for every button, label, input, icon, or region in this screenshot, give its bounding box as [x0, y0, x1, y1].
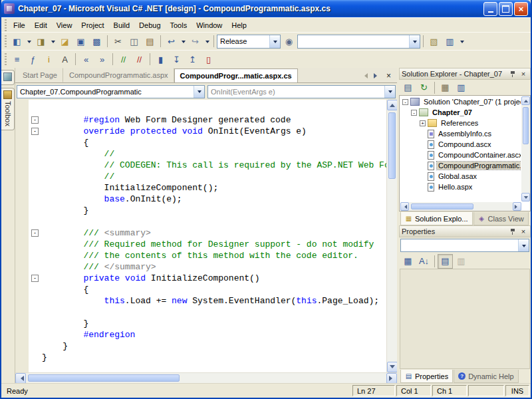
- close-document-icon[interactable]: ×: [384, 70, 394, 80]
- property-pages-icon[interactable]: ▥: [454, 254, 469, 269]
- new-project-icon[interactable]: ◧: [9, 34, 25, 49]
- add-item-icon[interactable]: ◨: [33, 34, 49, 49]
- scrollbar-track[interactable]: [409, 202, 513, 211]
- find-combo-dropdown-icon[interactable]: [409, 35, 420, 48]
- panel-tab-class-view[interactable]: ◈Class View: [473, 212, 529, 225]
- save-icon[interactable]: ▣: [73, 34, 88, 49]
- other-windows-dropdown-icon[interactable]: [458, 34, 466, 49]
- editor-vertical-scrollbar[interactable]: [386, 100, 397, 372]
- refresh-icon[interactable]: ↻: [416, 80, 432, 95]
- tree-item-assemblyinfo-cs[interactable]: AssemblyInfo.cs: [400, 128, 521, 139]
- scrollbar-thumb[interactable]: [523, 107, 529, 144]
- members-dropdown-arrow-icon[interactable]: [384, 86, 395, 98]
- toggle-bookmark-icon[interactable]: ▮: [153, 52, 168, 66]
- show-all-files-icon[interactable]: ▦: [438, 80, 453, 95]
- tree-item-hello-aspx[interactable]: Hello.aspx: [400, 182, 521, 192]
- scroll-tabs-left-icon[interactable]: [360, 70, 370, 80]
- tree-item-compound-ascx[interactable]: Compound.ascx: [400, 139, 521, 150]
- close-panel-icon[interactable]: ×: [519, 227, 528, 236]
- alphabetical-icon[interactable]: A↓: [416, 254, 432, 269]
- properties-window-icon[interactable]: ▥: [442, 34, 458, 49]
- scroll-down-icon[interactable]: [387, 362, 398, 372]
- save-all-icon[interactable]: ▩: [89, 34, 104, 49]
- expand-icon[interactable]: +: [420, 120, 426, 126]
- document-tab-compoundprogrammatic-aspx[interactable]: CompoundProgrammatic.aspx: [63, 68, 174, 82]
- pin-icon[interactable]: [508, 69, 517, 78]
- tree-item-compoundcontainer-ascx[interactable]: CompoundContainer.ascx: [400, 150, 521, 160]
- increase-indent-icon[interactable]: »: [94, 52, 110, 66]
- scroll-up-icon[interactable]: [387, 100, 398, 110]
- server-explorer-tab[interactable]: [1, 70, 15, 85]
- comment-icon[interactable]: //: [116, 52, 131, 66]
- fold-toggle-icon[interactable]: -: [31, 116, 39, 124]
- scroll-right-icon[interactable]: [386, 373, 397, 384]
- editor-horizontal-scrollbar[interactable]: [15, 372, 397, 383]
- fold-toggle-icon[interactable]: -: [31, 229, 39, 237]
- tree-item-global-asax[interactable]: Global.asax: [400, 171, 521, 182]
- members-dropdown[interactable]: OnInit(EventArgs e): [207, 85, 396, 98]
- scrollbar-track[interactable]: [521, 105, 530, 193]
- solution-configurations-combo[interactable]: Release: [217, 35, 281, 49]
- tree-item-compoundprogrammatic-aspx[interactable]: CompoundProgrammatic.aspx: [400, 160, 521, 171]
- code-editor[interactable]: -#region Web Form Designer generated cod…: [15, 100, 386, 372]
- previous-bookmark-icon[interactable]: ↥: [185, 52, 200, 66]
- menu-file[interactable]: File: [9, 19, 30, 31]
- scroll-down-icon[interactable]: [521, 193, 530, 201]
- menu-window[interactable]: Window: [192, 19, 227, 31]
- menu-debug[interactable]: Debug: [134, 19, 165, 31]
- maximize-icon[interactable]: [499, 2, 513, 16]
- scroll-right-icon[interactable]: [513, 202, 521, 211]
- types-dropdown[interactable]: Chapter_07.CompoundProgrammatic: [17, 85, 205, 98]
- fold-toggle-icon[interactable]: -: [31, 128, 39, 135]
- toolbox-tab[interactable]: Toolbox: [1, 88, 15, 130]
- undo-dropdown-icon[interactable]: [180, 34, 187, 49]
- collapse-icon[interactable]: -: [411, 110, 417, 116]
- redo-icon[interactable]: ↪: [188, 34, 203, 49]
- parameter-info-icon[interactable]: ƒ: [25, 52, 41, 66]
- quick-info-icon[interactable]: i: [41, 52, 57, 66]
- decrease-indent-icon[interactable]: «: [78, 52, 94, 66]
- scroll-left-icon[interactable]: [15, 373, 26, 384]
- properties-icon[interactable]: ▥: [454, 80, 469, 95]
- menu-help[interactable]: Help: [227, 19, 251, 31]
- menu-edit[interactable]: Edit: [30, 19, 52, 31]
- properties-dropdown-arrow-icon[interactable]: [518, 239, 529, 251]
- properties-view-icon[interactable]: ▤: [438, 254, 453, 269]
- tree-vertical-scrollbar[interactable]: [521, 96, 530, 201]
- panel-tab-solution-explo[interactable]: ▦Solution Explo...: [400, 212, 473, 225]
- paste-icon[interactable]: ▤: [142, 34, 158, 49]
- find-combo[interactable]: [297, 35, 420, 49]
- menu-view[interactable]: View: [52, 19, 77, 31]
- open-file-icon[interactable]: ◪: [57, 34, 72, 49]
- view-code-icon[interactable]: ▤: [400, 80, 416, 95]
- scrollbar-thumb[interactable]: [28, 374, 180, 382]
- tree-item-solution-chapter-07-1-project[interactable]: -Solution 'Chapter_07' (1 project): [400, 96, 521, 107]
- cut-icon[interactable]: ✂: [110, 34, 126, 49]
- scrollbar-track[interactable]: [387, 110, 397, 362]
- tree-item-chapter-07[interactable]: -Chapter_07: [400, 107, 521, 118]
- menu-project[interactable]: Project: [76, 19, 108, 31]
- fold-toggle-icon[interactable]: -: [31, 275, 39, 282]
- tree-horizontal-scrollbar[interactable]: [400, 202, 521, 211]
- undo-icon[interactable]: ↩: [164, 34, 179, 49]
- solution-explorer-window-icon[interactable]: ▧: [426, 34, 442, 49]
- panel-tab-dynamic-help[interactable]: ?Dynamic Help: [454, 370, 518, 383]
- properties-object-dropdown[interactable]: [400, 239, 529, 252]
- close-icon[interactable]: ×: [514, 2, 528, 16]
- uncomment-icon[interactable]: //: [132, 52, 147, 66]
- find-in-files-icon[interactable]: ◉: [281, 34, 297, 49]
- document-tab-start-page[interactable]: Start Page: [17, 68, 63, 82]
- member-list-icon[interactable]: ≡: [9, 52, 25, 66]
- copy-icon[interactable]: ◫: [126, 34, 142, 49]
- scroll-left-icon[interactable]: [400, 202, 409, 211]
- next-bookmark-icon[interactable]: ↧: [169, 52, 184, 66]
- menu-tools[interactable]: Tools: [166, 19, 192, 31]
- scrollbar-thumb[interactable]: [411, 203, 473, 209]
- clear-bookmarks-icon[interactable]: ▯: [201, 52, 216, 66]
- add-item-dropdown-icon[interactable]: [49, 34, 57, 49]
- scrollbar-track[interactable]: [26, 373, 386, 383]
- close-panel-icon[interactable]: ×: [519, 69, 528, 78]
- collapse-icon[interactable]: -: [402, 99, 408, 105]
- pin-icon[interactable]: [508, 227, 517, 236]
- document-tab-compoundprogr-matic-aspx-cs[interactable]: CompoundProgr...matic.aspx.cs: [174, 68, 298, 82]
